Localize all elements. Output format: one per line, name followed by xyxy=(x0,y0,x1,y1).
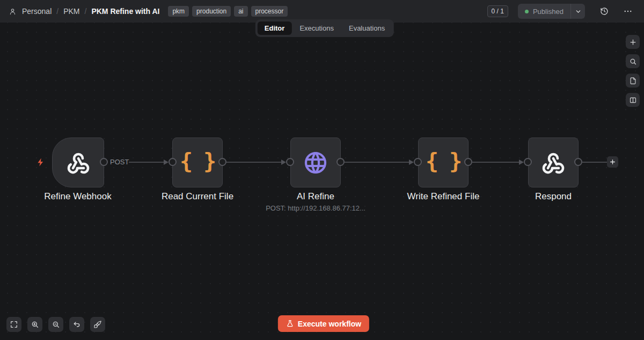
output-port[interactable] xyxy=(336,158,345,166)
tab-editor[interactable]: Editor xyxy=(258,21,292,35)
view-tabs: Editor Executions Evaluations xyxy=(255,19,394,37)
undo-button[interactable] xyxy=(69,317,84,332)
tag[interactable]: processor xyxy=(251,6,288,17)
canvas-bottom-toolbar xyxy=(6,317,105,332)
zoom-out-icon xyxy=(52,320,60,329)
topbar-right: 0 / 1 Published xyxy=(487,4,635,19)
code-braces-icon: { } xyxy=(180,150,215,175)
fit-view-icon xyxy=(10,320,18,329)
node-label: Refine Webhook xyxy=(44,191,111,202)
connection-wire xyxy=(129,162,164,163)
tab-evaluations[interactable]: Evaluations xyxy=(342,21,392,35)
connection-wire xyxy=(472,162,519,163)
tag-list: pkm production ai processor xyxy=(168,6,288,17)
workflow-title[interactable]: PKM Refine with AI xyxy=(91,7,159,16)
history-button[interactable] xyxy=(597,4,612,19)
node-ai-refine[interactable] xyxy=(290,138,341,187)
input-port[interactable] xyxy=(524,158,532,166)
undo-icon xyxy=(72,320,81,329)
canvas-right-toolbar xyxy=(626,35,640,107)
fit-view-button[interactable] xyxy=(6,317,21,332)
toggle-panel-button[interactable] xyxy=(626,93,640,107)
brush-icon xyxy=(93,320,102,329)
output-port[interactable] xyxy=(464,158,472,166)
connection-wire xyxy=(582,162,607,163)
file-icon xyxy=(629,77,637,85)
version-counter-badge: 0 / 1 xyxy=(487,5,508,17)
connection-arrow-icon xyxy=(281,160,286,165)
history-icon xyxy=(599,6,609,16)
zoom-in-icon xyxy=(31,320,39,329)
tag[interactable]: ai xyxy=(234,6,247,17)
node-label: Read Current File xyxy=(162,191,233,202)
connection-wire xyxy=(226,162,281,163)
published-dot-icon xyxy=(525,10,529,13)
published-split-button[interactable]: Published xyxy=(518,4,585,19)
search-icon xyxy=(629,57,637,66)
published-status[interactable]: Published xyxy=(518,4,570,19)
tab-executions[interactable]: Executions xyxy=(292,21,341,35)
zoom-in-button[interactable] xyxy=(27,317,42,332)
execute-workflow-label: Execute workflow xyxy=(298,320,361,328)
flask-icon xyxy=(286,320,294,328)
trigger-bolt-icon xyxy=(36,157,46,168)
connection-arrow-icon xyxy=(519,160,524,165)
more-options-button[interactable] xyxy=(620,4,635,19)
add-node-button[interactable] xyxy=(607,156,618,168)
node-subtitle: POST: http://192.168.86.77:12... xyxy=(266,204,365,212)
node-label: Respond xyxy=(535,191,572,202)
ellipsis-icon xyxy=(623,6,633,16)
zoom-out-button[interactable] xyxy=(48,317,63,332)
plus-icon xyxy=(609,158,616,165)
breadcrumb-folder[interactable]: PKM xyxy=(63,7,79,16)
input-port[interactable] xyxy=(286,158,294,166)
execute-workflow-container: Execute workflow xyxy=(278,315,369,332)
breadcrumb-project[interactable]: Personal xyxy=(22,7,52,16)
breadcrumb: Personal / PKM / PKM Refine with AI xyxy=(9,7,159,16)
output-port[interactable] xyxy=(100,158,108,166)
add-node-panel-button[interactable] xyxy=(626,35,640,49)
node-refine-webhook[interactable] xyxy=(52,138,104,187)
breadcrumb-separator: / xyxy=(56,7,58,16)
connection-method-label: POST xyxy=(110,158,129,166)
input-port[interactable] xyxy=(414,158,422,166)
connection-arrow-icon xyxy=(409,160,414,165)
workflow-canvas[interactable]: Refine Webhook { } Read Current File AI … xyxy=(0,23,644,340)
plus-icon xyxy=(629,38,637,46)
search-button[interactable] xyxy=(626,54,640,68)
split-panel-icon xyxy=(629,96,637,104)
input-port[interactable] xyxy=(169,158,177,166)
execute-workflow-button[interactable]: Execute workflow xyxy=(278,315,369,332)
breadcrumb-separator: / xyxy=(85,7,87,16)
sticky-note-button[interactable] xyxy=(626,74,640,88)
globe-icon xyxy=(303,150,328,176)
connection-arrow-icon xyxy=(164,160,169,165)
tag[interactable]: pkm xyxy=(168,6,189,17)
n8n-workflow-editor: Personal / PKM / PKM Refine with AI pkm … xyxy=(0,0,644,340)
node-write-refined-file[interactable]: { } xyxy=(418,138,469,187)
node-respond[interactable] xyxy=(528,138,579,187)
chevron-down-icon xyxy=(575,8,582,15)
published-label: Published xyxy=(533,8,564,16)
output-port[interactable] xyxy=(574,158,582,166)
node-read-current-file[interactable]: { } xyxy=(172,138,223,187)
published-dropdown-toggle[interactable] xyxy=(570,4,585,19)
webhook-icon xyxy=(540,150,566,176)
user-icon xyxy=(9,8,17,16)
connection-wire xyxy=(345,162,409,163)
webhook-icon xyxy=(65,150,91,176)
node-label: Write Refined File xyxy=(407,191,480,202)
code-braces-icon: { } xyxy=(426,150,461,175)
tidy-up-button[interactable] xyxy=(90,317,105,332)
tag[interactable]: production xyxy=(192,6,231,17)
output-port[interactable] xyxy=(218,158,226,166)
node-label: AI Refine xyxy=(297,191,334,202)
